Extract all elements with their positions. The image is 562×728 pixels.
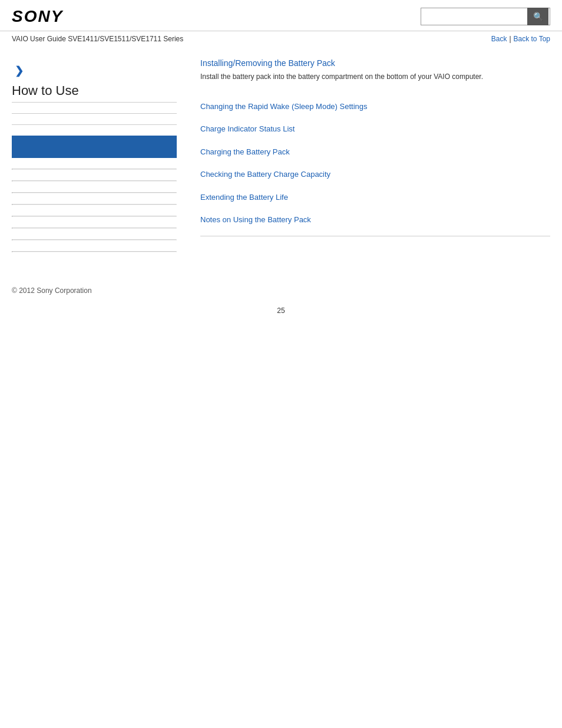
content-area: Installing/Removing the Battery Pack Ins… bbox=[189, 58, 550, 263]
back-link[interactable]: Back bbox=[491, 35, 507, 43]
content-bottom-divider bbox=[200, 236, 550, 236]
link-extending-life[interactable]: Extending the Battery Life bbox=[200, 190, 550, 204]
header: SONY 🔍 bbox=[0, 0, 562, 31]
nav-bar: VAIO User Guide SVE1411/SVE1511/SVE1711 … bbox=[0, 31, 562, 47]
sidebar-section-title: How to Use bbox=[12, 83, 177, 103]
copyright: © 2012 Sony Corporation bbox=[12, 286, 92, 295]
search-button[interactable]: 🔍 bbox=[527, 8, 548, 25]
guide-title: VAIO User Guide SVE1411/SVE1511/SVE1711 … bbox=[12, 35, 183, 43]
link-rapid-wake[interactable]: Changing the Rapid Wake (Sleep Mode) Set… bbox=[200, 100, 550, 113]
battery-links-list: Changing the Rapid Wake (Sleep Mode) Set… bbox=[200, 100, 550, 226]
sidebar-line-6 bbox=[12, 228, 177, 229]
sidebar-divider-1 bbox=[12, 113, 177, 114]
sidebar-line-2 bbox=[12, 180, 177, 182]
footer: © 2012 Sony Corporation bbox=[0, 275, 562, 301]
sidebar-divider-2 bbox=[12, 124, 177, 125]
battery-pack-section: Installing/Removing the Battery Pack Ins… bbox=[200, 58, 550, 82]
back-to-top-link[interactable]: Back to Top bbox=[514, 35, 550, 43]
sidebar-line-5 bbox=[12, 216, 177, 217]
link-notes-using[interactable]: Notes on Using the Battery Pack bbox=[200, 213, 550, 226]
sidebar: ❯ How to Use bbox=[12, 58, 189, 263]
nav-separator: | bbox=[509, 35, 511, 43]
search-icon: 🔍 bbox=[533, 12, 543, 21]
sidebar-line-7 bbox=[12, 239, 177, 241]
sidebar-lines bbox=[12, 169, 177, 252]
search-input[interactable] bbox=[421, 8, 527, 25]
installing-removing-link[interactable]: Installing/Removing the Battery Pack bbox=[200, 58, 550, 68]
sidebar-line-4 bbox=[12, 204, 177, 205]
link-charge-indicator[interactable]: Charge Indicator Status List bbox=[200, 122, 550, 136]
sidebar-active-item[interactable] bbox=[12, 136, 177, 158]
link-checking-capacity[interactable]: Checking the Battery Charge Capacity bbox=[200, 167, 550, 181]
nav-links: Back | Back to Top bbox=[491, 35, 550, 43]
page-number: 25 bbox=[0, 301, 562, 321]
battery-pack-desc: Install the battery pack into the batter… bbox=[200, 71, 550, 82]
sony-logo: SONY bbox=[12, 7, 63, 26]
search-box: 🔍 bbox=[421, 8, 550, 25]
main-content: ❯ How to Use Installing/Removing the Bat… bbox=[0, 47, 562, 275]
sidebar-line-8 bbox=[12, 251, 177, 252]
sidebar-line-3 bbox=[12, 192, 177, 193]
sidebar-line-1 bbox=[12, 169, 177, 170]
sidebar-arrow[interactable]: ❯ bbox=[15, 64, 177, 77]
link-charging-battery[interactable]: Charging the Battery Pack bbox=[200, 145, 550, 159]
